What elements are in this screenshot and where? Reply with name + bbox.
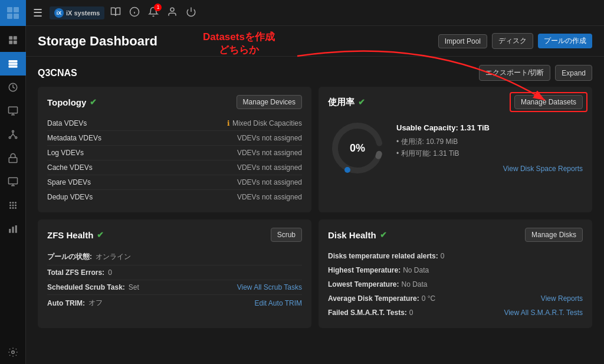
- svg-point-20: [15, 202, 17, 204]
- svg-rect-28: [12, 227, 14, 233]
- svg-point-21: [9, 205, 11, 206]
- sidebar-item-settings[interactable]: [0, 340, 26, 364]
- topbar: ☰ iX iX systems 1: [26, 0, 604, 26]
- table-row: Log VDEVs VDEVs not assigned: [47, 146, 302, 160]
- usage-free: • 利用可能: 1.31 TiB: [396, 149, 583, 159]
- table-row: Dedup VDEVs VDEVs not assigned: [47, 190, 302, 204]
- table-row: Scheduled Scrub Task: Set View All Scrub…: [47, 280, 302, 294]
- table-row: プールの状態: オンライン: [47, 249, 302, 265]
- export-button[interactable]: エクスポート/切断: [479, 65, 550, 81]
- svg-rect-10: [8, 65, 17, 68]
- svg-rect-16: [9, 158, 17, 162]
- sidebar-item-storage[interactable]: [0, 52, 26, 76]
- notification-badge: 1: [154, 4, 162, 11]
- svg-point-15: [15, 137, 17, 139]
- disk-space-reports-link[interactable]: View Disk Space Reports: [396, 165, 583, 173]
- svg-point-32: [170, 8, 174, 11]
- sidebar-item-network[interactable]: [0, 123, 26, 146]
- usage-card-header: 使用率 ✔ Manage Datasets: [328, 95, 583, 109]
- svg-point-19: [12, 202, 14, 204]
- sidebar-item-apps[interactable]: [0, 194, 26, 217]
- topbar-icons: 1: [110, 6, 196, 19]
- guide-icon[interactable]: [110, 6, 121, 19]
- table-row: Data VDEVs ℹ Mixed Disk Capacities: [47, 116, 302, 131]
- menu-toggle-icon[interactable]: ☰: [33, 6, 42, 19]
- sidebar-logo: [0, 0, 26, 26]
- import-pool-button[interactable]: Import Pool: [438, 34, 487, 48]
- view-reports-link[interactable]: View Reports: [541, 294, 583, 303]
- sidebar-item-dashboard[interactable]: [0, 28, 26, 52]
- svg-rect-0: [7, 7, 12, 12]
- usage-status-icon: ✔: [358, 97, 365, 107]
- disk-health-card: Disk Health ✔ Manage Disks Disks tempera…: [319, 219, 592, 328]
- pool-header-actions: エクスポート/切断 Expand: [479, 65, 592, 81]
- topology-card: Topology ✔ Manage Devices Data VDEVs ℹ M…: [38, 87, 311, 212]
- sidebar-item-snapshots[interactable]: [0, 76, 26, 99]
- usage-capacity: Usable Capacity: 1.31 TiB: [396, 123, 583, 132]
- scrub-button[interactable]: Scrub: [271, 228, 302, 242]
- table-row: Auto TRIM: オフ Edit Auto TRIM: [47, 294, 302, 311]
- table-row: Average Disk Temperature: 0 °C View Repo…: [328, 291, 583, 306]
- svg-point-24: [9, 207, 11, 209]
- content: Storage Dashboard Import Pool ディスク プールの作…: [26, 26, 604, 364]
- svg-rect-27: [9, 229, 11, 233]
- topology-title: Topology ✔: [47, 97, 237, 107]
- create-pool-button[interactable]: プールの作成: [538, 34, 592, 48]
- sidebar-item-virtualization[interactable]: [0, 99, 26, 123]
- page-title: Storage Dashboard: [38, 34, 438, 49]
- edit-auto-trim-link[interactable]: Edit Auto TRIM: [255, 299, 302, 307]
- sidebar-item-credentials[interactable]: [0, 146, 26, 170]
- gauge-text: 0%: [350, 142, 365, 155]
- disk-card-header: Disk Health ✔ Manage Disks: [328, 228, 583, 242]
- main-area: ☰ iX iX systems 1 S: [26, 0, 604, 364]
- sidebar: [0, 0, 26, 364]
- feedback-icon[interactable]: [129, 6, 140, 19]
- disk-rows: Disks temperature related alerts: 0 High…: [328, 249, 583, 320]
- expand-button[interactable]: Expand: [555, 65, 592, 81]
- topology-table: Data VDEVs ℹ Mixed Disk Capacities Metad…: [47, 116, 302, 204]
- table-row: Disks temperature related alerts: 0: [328, 249, 583, 263]
- pool-name: Q3CNAS: [38, 68, 479, 78]
- topology-card-header: Topology ✔ Manage Devices: [47, 95, 302, 109]
- usage-used: • 使用済: 10.79 MiB: [396, 137, 583, 147]
- manage-datasets-wrap: Manage Datasets: [514, 95, 583, 109]
- manage-disks-button[interactable]: Manage Disks: [525, 228, 583, 242]
- svg-point-30: [11, 351, 14, 354]
- view-scrub-tasks-link[interactable]: View All Scrub Tasks: [237, 283, 302, 291]
- table-row: Spare VDEVs VDEVs not assigned: [47, 175, 302, 190]
- pool-header: Q3CNAS エクスポート/切断 Expand: [38, 65, 592, 81]
- svg-point-13: [12, 130, 14, 132]
- page-header: Storage Dashboard Import Pool ディスク プールの作…: [26, 26, 604, 57]
- sidebar-item-reporting[interactable]: [0, 217, 26, 241]
- ix-brand-label: iX systems: [66, 9, 100, 17]
- table-row: Cache VDEVs VDEVs not assigned: [47, 160, 302, 175]
- disk-button[interactable]: ディスク: [492, 33, 533, 49]
- sidebar-item-system[interactable]: [0, 170, 26, 194]
- zfs-card-header: ZFS Health ✔ Scrub: [47, 228, 302, 242]
- ix-logo-dot: iX: [54, 8, 64, 18]
- pool-section: Q3CNAS エクスポート/切断 Expand Topology ✔: [26, 57, 604, 364]
- usage-info: Usable Capacity: 1.31 TiB • 使用済: 10.79 M…: [396, 123, 583, 173]
- table-row: Highest Temperature: No Data: [328, 263, 583, 277]
- disk-health-status-icon: ✔: [380, 230, 387, 240]
- svg-rect-8: [8, 60, 17, 63]
- svg-point-25: [12, 207, 14, 209]
- topology-status-icon: ✔: [90, 97, 97, 107]
- usage-gauge-area: 0% Usable Capacity: 1.31 TiB • 使用済: 10.7…: [328, 119, 583, 178]
- user-icon[interactable]: [167, 6, 178, 19]
- svg-point-14: [9, 137, 11, 139]
- gauge-dot: [344, 167, 350, 173]
- page-header-actions: Import Pool ディスク プールの作成: [438, 33, 592, 49]
- table-row: Lowest Temperature: No Data: [328, 277, 583, 291]
- svg-rect-5: [13, 36, 17, 40]
- svg-rect-17: [8, 178, 17, 184]
- svg-point-23: [15, 205, 17, 206]
- view-smart-tests-link[interactable]: View All S.M.A.R.T. Tests: [504, 309, 583, 317]
- power-icon[interactable]: [186, 6, 196, 19]
- manage-datasets-button[interactable]: Manage Datasets: [514, 95, 583, 109]
- cards-grid: Topology ✔ Manage Devices Data VDEVs ℹ M…: [38, 87, 592, 328]
- svg-rect-29: [15, 225, 17, 233]
- manage-devices-button[interactable]: Manage Devices: [237, 95, 302, 109]
- svg-rect-2: [7, 14, 12, 19]
- notification-icon[interactable]: 1: [148, 6, 159, 19]
